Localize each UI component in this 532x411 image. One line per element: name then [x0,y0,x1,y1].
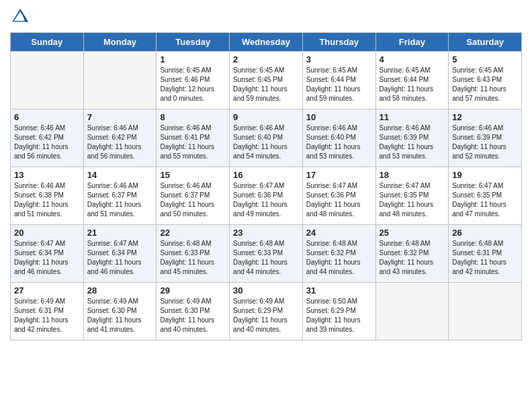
calendar-cell [375,283,449,340]
day-info: Sunrise: 6:45 AM Sunset: 6:45 PM Dayligh… [233,66,299,103]
day-info: Sunrise: 6:45 AM Sunset: 6:44 PM Dayligh… [380,66,445,103]
weekday-header-tuesday: Tuesday [157,33,230,52]
calendar-table: SundayMondayTuesdayWednesdayThursdayFrid… [10,32,522,340]
calendar-cell [83,52,157,109]
calendar-cell: 26Sunrise: 6:48 AM Sunset: 6:31 PM Dayli… [449,225,522,283]
calendar-cell: 27Sunrise: 6:49 AM Sunset: 6:31 PM Dayli… [11,283,84,340]
calendar-cell: 25Sunrise: 6:48 AM Sunset: 6:32 PM Dayli… [375,225,449,283]
day-number: 30 [233,285,299,295]
day-number: 6 [14,112,80,122]
calendar-cell: 4Sunrise: 6:45 AM Sunset: 6:44 PM Daylig… [375,52,449,109]
calendar-cell: 18Sunrise: 6:47 AM Sunset: 6:35 PM Dayli… [375,167,449,225]
day-info: Sunrise: 6:49 AM Sunset: 6:29 PM Dayligh… [233,297,299,334]
weekday-header-sunday: Sunday [11,33,84,52]
day-number: 12 [452,112,518,122]
day-number: 25 [380,228,445,238]
calendar-cell: 9Sunrise: 6:46 AM Sunset: 6:40 PM Daylig… [230,109,303,167]
day-number: 18 [380,170,445,180]
day-info: Sunrise: 6:47 AM Sunset: 6:35 PM Dayligh… [452,181,518,219]
weekday-header-monday: Monday [83,33,157,52]
calendar-cell: 29Sunrise: 6:49 AM Sunset: 6:30 PM Dayli… [157,283,230,340]
day-info: Sunrise: 6:46 AM Sunset: 6:38 PM Dayligh… [14,181,80,219]
calendar-cell: 16Sunrise: 6:47 AM Sunset: 6:36 PM Dayli… [230,167,303,225]
day-info: Sunrise: 6:47 AM Sunset: 6:34 PM Dayligh… [14,239,80,277]
day-info: Sunrise: 6:49 AM Sunset: 6:30 PM Dayligh… [160,297,226,334]
day-number: 27 [14,285,80,295]
page-container: SundayMondayTuesdayWednesdayThursdayFrid… [0,0,532,351]
day-info: Sunrise: 6:46 AM Sunset: 6:42 PM Dayligh… [87,124,153,161]
day-info: Sunrise: 6:48 AM Sunset: 6:33 PM Dayligh… [233,239,299,277]
calendar-week-row: 27Sunrise: 6:49 AM Sunset: 6:31 PM Dayli… [11,283,522,340]
calendar-header-row: SundayMondayTuesdayWednesdayThursdayFrid… [11,33,522,52]
calendar-week-row: 13Sunrise: 6:46 AM Sunset: 6:38 PM Dayli… [11,167,522,225]
day-info: Sunrise: 6:46 AM Sunset: 6:39 PM Dayligh… [380,124,445,161]
weekday-header-thursday: Thursday [302,33,375,52]
day-info: Sunrise: 6:46 AM Sunset: 6:37 PM Dayligh… [160,181,226,219]
day-info: Sunrise: 6:49 AM Sunset: 6:31 PM Dayligh… [14,297,80,334]
day-number: 28 [87,285,153,295]
day-info: Sunrise: 6:50 AM Sunset: 6:29 PM Dayligh… [306,297,372,334]
day-number: 10 [306,112,372,122]
calendar-cell: 23Sunrise: 6:48 AM Sunset: 6:33 PM Dayli… [230,225,303,283]
day-number: 4 [380,54,445,64]
day-number: 1 [160,54,226,64]
day-number: 31 [306,285,372,295]
calendar-cell: 3Sunrise: 6:45 AM Sunset: 6:44 PM Daylig… [302,52,375,109]
day-number: 7 [87,112,153,122]
calendar-cell: 6Sunrise: 6:46 AM Sunset: 6:42 PM Daylig… [11,109,84,167]
day-number: 14 [87,170,153,180]
day-number: 24 [306,228,372,238]
day-number: 15 [160,170,226,180]
calendar-cell: 20Sunrise: 6:47 AM Sunset: 6:34 PM Dayli… [11,225,84,283]
calendar-cell: 21Sunrise: 6:47 AM Sunset: 6:34 PM Dayli… [83,225,157,283]
day-info: Sunrise: 6:48 AM Sunset: 6:32 PM Dayligh… [306,239,372,277]
calendar-cell: 5Sunrise: 6:45 AM Sunset: 6:43 PM Daylig… [449,52,522,109]
calendar-cell: 10Sunrise: 6:46 AM Sunset: 6:40 PM Dayli… [302,109,375,167]
day-info: Sunrise: 6:47 AM Sunset: 6:36 PM Dayligh… [233,181,299,219]
weekday-header-wednesday: Wednesday [230,33,303,52]
calendar-cell: 30Sunrise: 6:49 AM Sunset: 6:29 PM Dayli… [230,283,303,340]
calendar-week-row: 20Sunrise: 6:47 AM Sunset: 6:34 PM Dayli… [11,225,522,283]
day-info: Sunrise: 6:46 AM Sunset: 6:37 PM Dayligh… [87,181,153,219]
day-info: Sunrise: 6:48 AM Sunset: 6:32 PM Dayligh… [380,239,445,277]
day-number: 9 [233,112,299,122]
logo-icon [10,7,30,27]
day-info: Sunrise: 6:49 AM Sunset: 6:30 PM Dayligh… [87,297,153,334]
calendar-cell: 19Sunrise: 6:47 AM Sunset: 6:35 PM Dayli… [449,167,522,225]
day-info: Sunrise: 6:48 AM Sunset: 6:31 PM Dayligh… [452,239,518,277]
day-number: 3 [306,54,372,64]
calendar-cell: 2Sunrise: 6:45 AM Sunset: 6:45 PM Daylig… [230,52,303,109]
page-header [10,7,522,27]
day-number: 13 [14,170,80,180]
day-number: 2 [233,54,299,64]
day-number: 22 [160,228,226,238]
day-number: 21 [87,228,153,238]
logo [10,7,33,27]
calendar-cell: 31Sunrise: 6:50 AM Sunset: 6:29 PM Dayli… [302,283,375,340]
day-info: Sunrise: 6:46 AM Sunset: 6:41 PM Dayligh… [160,124,226,161]
day-number: 23 [233,228,299,238]
day-number: 16 [233,170,299,180]
calendar-week-row: 6Sunrise: 6:46 AM Sunset: 6:42 PM Daylig… [11,109,522,167]
day-number: 17 [306,170,372,180]
calendar-cell: 11Sunrise: 6:46 AM Sunset: 6:39 PM Dayli… [375,109,449,167]
calendar-cell [11,52,84,109]
day-info: Sunrise: 6:45 AM Sunset: 6:44 PM Dayligh… [306,66,372,103]
day-info: Sunrise: 6:46 AM Sunset: 6:42 PM Dayligh… [14,124,80,161]
calendar-cell: 28Sunrise: 6:49 AM Sunset: 6:30 PM Dayli… [83,283,157,340]
calendar-cell: 7Sunrise: 6:46 AM Sunset: 6:42 PM Daylig… [83,109,157,167]
calendar-cell: 13Sunrise: 6:46 AM Sunset: 6:38 PM Dayli… [11,167,84,225]
calendar-week-row: 1Sunrise: 6:45 AM Sunset: 6:46 PM Daylig… [11,52,522,109]
calendar-cell [449,283,522,340]
day-number: 5 [452,54,518,64]
day-number: 8 [160,112,226,122]
day-info: Sunrise: 6:47 AM Sunset: 6:34 PM Dayligh… [87,239,153,277]
day-info: Sunrise: 6:47 AM Sunset: 6:36 PM Dayligh… [306,181,372,219]
calendar-cell: 8Sunrise: 6:46 AM Sunset: 6:41 PM Daylig… [157,109,230,167]
day-info: Sunrise: 6:46 AM Sunset: 6:40 PM Dayligh… [233,124,299,161]
calendar-cell: 24Sunrise: 6:48 AM Sunset: 6:32 PM Dayli… [302,225,375,283]
calendar-cell: 1Sunrise: 6:45 AM Sunset: 6:46 PM Daylig… [157,52,230,109]
day-info: Sunrise: 6:45 AM Sunset: 6:43 PM Dayligh… [452,66,518,103]
calendar-cell: 15Sunrise: 6:46 AM Sunset: 6:37 PM Dayli… [157,167,230,225]
day-number: 11 [380,112,445,122]
